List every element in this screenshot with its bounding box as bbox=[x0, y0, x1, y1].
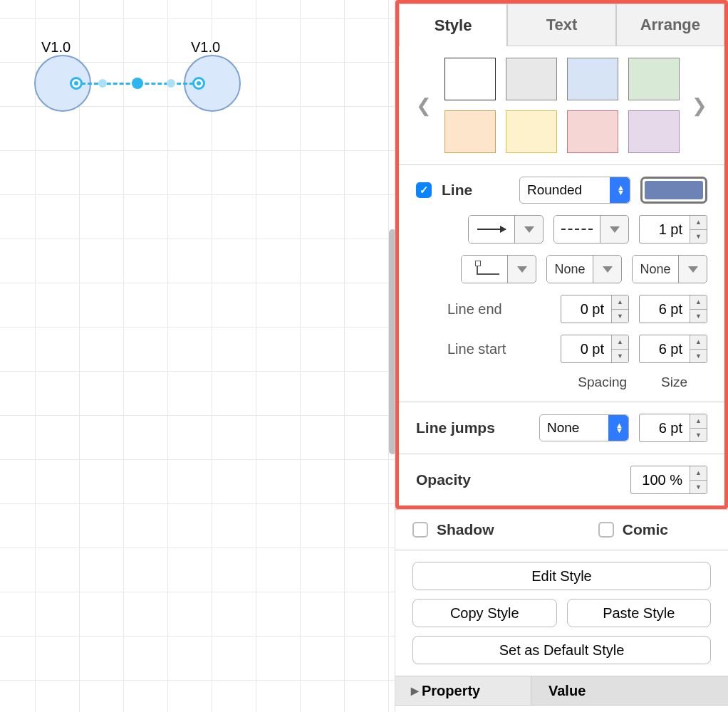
opacity-value: 100 % bbox=[631, 472, 690, 488]
chevron-down-icon bbox=[603, 266, 613, 273]
spacing-header: Spacing bbox=[578, 375, 627, 390]
line-style-combo[interactable] bbox=[553, 215, 629, 244]
opacity-section: Opacity 100 % ▲▼ bbox=[399, 454, 724, 506]
stepper-up-icon[interactable]: ▲ bbox=[690, 295, 707, 310]
stepper-up-icon[interactable]: ▲ bbox=[612, 295, 628, 310]
arrow-end-value: None bbox=[633, 256, 678, 283]
line-section: ✓ Line Rounded ▲▼ 1 pt bbox=[399, 164, 724, 402]
line-start-size-field[interactable]: 6 pt ▲▼ bbox=[639, 335, 707, 363]
connector-midpoint[interactable] bbox=[132, 78, 143, 89]
line-end-size-value: 6 pt bbox=[640, 301, 690, 318]
line-start-size-value: 6 pt bbox=[640, 341, 690, 357]
style-buttons-section: Edit Style Copy Style Paste Style Set as… bbox=[395, 550, 728, 676]
swatch-blue[interactable] bbox=[567, 58, 618, 100]
line-jumps-label: Line jumps bbox=[416, 419, 495, 436]
line-checkbox[interactable]: ✓ bbox=[416, 182, 432, 198]
swatch-red[interactable] bbox=[567, 110, 618, 153]
comic-label: Comic bbox=[623, 521, 668, 538]
swatch-white[interactable] bbox=[444, 58, 496, 100]
connector-waypoint-1[interactable] bbox=[98, 79, 107, 88]
stepper-down-icon[interactable]: ▼ bbox=[612, 310, 628, 323]
shadow-checkbox[interactable] bbox=[412, 522, 428, 538]
tab-style[interactable]: Style bbox=[399, 4, 507, 46]
waypoint-style-combo[interactable] bbox=[461, 255, 536, 283]
chevron-down-icon bbox=[524, 226, 534, 233]
stepper-up-icon[interactable]: ▲ bbox=[690, 466, 707, 481]
stepper-down-icon[interactable]: ▼ bbox=[690, 350, 707, 363]
vertical-scrollbar[interactable] bbox=[389, 229, 395, 454]
connector-endpoint-end[interactable] bbox=[192, 77, 205, 90]
chevron-down-icon bbox=[610, 226, 620, 233]
swatch-gray[interactable] bbox=[506, 58, 557, 100]
arrow-end-style-combo[interactable]: None bbox=[632, 255, 707, 283]
connector[interactable] bbox=[70, 78, 205, 88]
opacity-label: Opacity bbox=[416, 471, 471, 488]
swatch-purple[interactable] bbox=[628, 110, 680, 153]
line-label: Line bbox=[442, 182, 472, 199]
tab-text[interactable]: Text bbox=[507, 4, 615, 46]
line-start-spacing-field[interactable]: 0 pt ▲▼ bbox=[561, 335, 629, 363]
stepper-down-icon[interactable]: ▼ bbox=[690, 481, 707, 494]
node-1-label: V1.0 bbox=[41, 39, 71, 56]
chevron-down-icon bbox=[688, 266, 698, 273]
property-column-header: Property bbox=[422, 683, 480, 699]
connector-waypoint-2[interactable] bbox=[167, 79, 175, 88]
color-palette-section: ❮ ❯ bbox=[399, 46, 724, 164]
line-shape-select[interactable]: Rounded ▲▼ bbox=[519, 177, 630, 204]
line-end-spacing-value: 0 pt bbox=[561, 301, 611, 318]
dashed-line-icon bbox=[561, 229, 593, 230]
color-swatches bbox=[444, 58, 680, 153]
line-jumps-size-value: 6 pt bbox=[640, 420, 690, 436]
paste-style-button[interactable]: Paste Style bbox=[567, 599, 712, 627]
line-end-spacing-field[interactable]: 0 pt ▲▼ bbox=[561, 295, 629, 323]
line-end-label: Line end bbox=[447, 301, 502, 318]
stepper-up-icon[interactable]: ▲ bbox=[612, 335, 628, 350]
palette-prev-icon[interactable]: ❮ bbox=[416, 95, 435, 117]
node-2-label: V1.0 bbox=[191, 39, 220, 56]
opacity-field[interactable]: 100 % ▲▼ bbox=[630, 466, 707, 494]
effects-section: Shadow Comic bbox=[395, 509, 728, 550]
elbow-connector-icon bbox=[477, 263, 492, 275]
swatch-orange[interactable] bbox=[444, 110, 496, 153]
value-column-header: Value bbox=[540, 683, 586, 699]
highlighted-region: Style Text Arrange ❮ ❯ bbox=[395, 0, 728, 509]
stepper-down-icon[interactable]: ▼ bbox=[690, 230, 707, 244]
expand-triangle-icon[interactable]: ▶ bbox=[404, 685, 422, 696]
stepper-down-icon[interactable]: ▼ bbox=[690, 429, 707, 442]
arrow-end-combo[interactable] bbox=[468, 215, 544, 244]
line-width-value: 1 pt bbox=[640, 221, 690, 238]
line-end-size-field[interactable]: 6 pt ▲▼ bbox=[639, 295, 707, 323]
property-table-header: ▶ Property Value bbox=[395, 676, 728, 706]
line-color-well[interactable] bbox=[640, 177, 707, 204]
edit-style-button[interactable]: Edit Style bbox=[412, 562, 711, 590]
line-jumps-value: None bbox=[547, 420, 579, 436]
line-start-label: Line start bbox=[447, 341, 506, 357]
tab-arrange[interactable]: Arrange bbox=[616, 4, 724, 46]
arrow-start-value: None bbox=[547, 256, 593, 283]
stepper-down-icon[interactable]: ▼ bbox=[690, 310, 707, 323]
stepper-down-icon[interactable]: ▼ bbox=[612, 350, 628, 363]
line-jumps-size-field[interactable]: 6 pt ▲▼ bbox=[639, 414, 707, 442]
stepper-up-icon[interactable]: ▲ bbox=[690, 335, 707, 350]
swatch-yellow[interactable] bbox=[506, 110, 557, 153]
copy-style-button[interactable]: Copy Style bbox=[412, 599, 557, 627]
panel-tabs: Style Text Arrange bbox=[399, 4, 724, 46]
line-start-spacing-value: 0 pt bbox=[561, 341, 611, 357]
size-header: Size bbox=[661, 375, 687, 390]
grid-canvas[interactable]: V1.0 V1.0 bbox=[0, 0, 395, 712]
shadow-label: Shadow bbox=[437, 521, 494, 538]
stepper-up-icon[interactable]: ▲ bbox=[690, 414, 707, 429]
stepper-up-icon[interactable]: ▲ bbox=[690, 216, 707, 230]
line-width-field[interactable]: 1 pt ▲▼ bbox=[639, 215, 707, 244]
line-jumps-section: Line jumps None ▲▼ 6 pt ▲▼ bbox=[399, 402, 724, 454]
chevron-down-icon bbox=[517, 266, 527, 273]
line-shape-value: Rounded bbox=[527, 182, 582, 198]
swatch-green[interactable] bbox=[628, 58, 680, 100]
line-jumps-select[interactable]: None ▲▼ bbox=[539, 414, 629, 441]
arrow-start-combo[interactable]: None bbox=[546, 255, 622, 283]
set-default-style-button[interactable]: Set as Default Style bbox=[412, 636, 711, 664]
connector-endpoint-start[interactable] bbox=[70, 77, 83, 90]
comic-checkbox[interactable] bbox=[598, 522, 614, 538]
palette-next-icon[interactable]: ❯ bbox=[690, 95, 708, 117]
canvas-area[interactable]: V1.0 V1.0 bbox=[0, 0, 395, 712]
